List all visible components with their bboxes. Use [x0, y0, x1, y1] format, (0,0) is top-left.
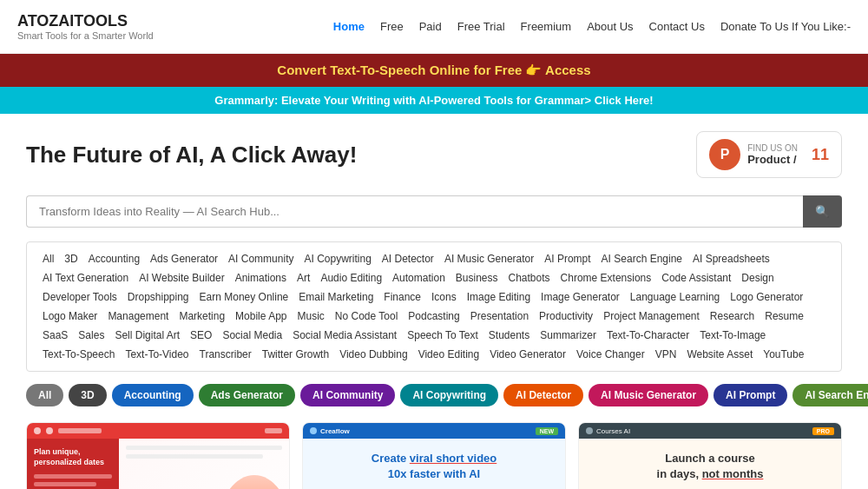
filter-tag[interactable]: Animations [232, 270, 290, 286]
filter-tag[interactable]: Image Generator [537, 289, 623, 305]
card-dateplanner: Plan unique,personalized dates Get Start… [26, 422, 290, 489]
filter-tag[interactable]: Social Media [219, 327, 286, 343]
logo-title: ATOZAITOOLS [17, 12, 154, 30]
filter-tag[interactable]: AI Text Generation [39, 270, 132, 286]
filter-tag[interactable]: Research [707, 308, 758, 324]
filter-tag[interactable]: 3D [61, 251, 81, 267]
filter-tag[interactable]: Text-To-Speech [39, 347, 118, 362]
filter-tag[interactable]: Logo Generator [727, 289, 806, 305]
filter-tag[interactable]: Project Management [600, 308, 703, 324]
nav-contact[interactable]: Contact Us [649, 20, 705, 33]
filter-tag[interactable]: Art [293, 270, 313, 286]
filter-tag[interactable]: Dropshipping [124, 289, 193, 305]
filter-tag[interactable]: Management [104, 308, 172, 324]
filter-tag[interactable]: Code Assistant [658, 270, 734, 286]
filter-tag[interactable]: Developer Tools [39, 289, 121, 305]
filter-tag[interactable]: Image Editing [464, 289, 534, 305]
filter-tag[interactable]: SEO [187, 327, 215, 343]
card-creaflow: Creaflow NEW Create viral short video10x… [302, 422, 566, 489]
pill-ads-generator[interactable]: Ads Generator [199, 384, 295, 406]
nav-free[interactable]: Free [380, 20, 404, 33]
pill-3d[interactable]: 3D [69, 384, 106, 406]
filter-tag[interactable]: AI Detector [378, 251, 437, 267]
product-hunt-badge[interactable]: P FIND US ON Product / 11 [696, 131, 842, 178]
filter-tags-container: All3DAccountingAds GeneratorAI Community… [39, 251, 829, 362]
search-input[interactable] [26, 195, 803, 228]
filter-tag[interactable]: Video Dubbing [336, 347, 411, 362]
nav-home[interactable]: Home [333, 20, 365, 33]
filter-tag[interactable]: AI Website Builder [135, 270, 228, 286]
filter-tag[interactable]: Sales [75, 327, 108, 343]
nav-about[interactable]: About Us [587, 20, 633, 33]
pill-ai-copywriting[interactable]: AI Copywriting [400, 384, 498, 406]
filter-tag[interactable]: Podcasting [404, 308, 463, 324]
filter-tag[interactable]: AI Music Generator [441, 251, 537, 267]
filter-tag[interactable]: Finance [380, 289, 424, 305]
filter-tag[interactable]: Text-To-Video [122, 347, 192, 362]
filter-tag[interactable]: All [39, 251, 57, 267]
search-button[interactable]: 🔍 [803, 195, 842, 228]
filter-tag[interactable]: Marketing [175, 308, 228, 324]
nav-freetrial[interactable]: Free Trial [457, 20, 505, 33]
filter-tag[interactable]: Students [485, 327, 533, 343]
filter-tag[interactable]: Business [452, 270, 502, 286]
pill-ai-prompt[interactable]: AI Prompt [713, 384, 787, 406]
nav-freemium[interactable]: Freemium [521, 20, 572, 33]
pill-ai-music-generator[interactable]: AI Music Generator [589, 384, 708, 406]
filter-tag[interactable]: Ads Generator [147, 251, 221, 267]
filter-tag[interactable]: Logo Maker [39, 308, 101, 324]
filter-tag[interactable]: Video Generator [486, 347, 569, 362]
filter-tag[interactable]: Email Marketing [295, 289, 377, 305]
filter-tag[interactable]: YouTube [760, 347, 807, 362]
filter-tag[interactable]: Automation [389, 270, 449, 286]
filter-tags-box: All3DAccountingAds GeneratorAI Community… [26, 241, 842, 372]
filter-tag[interactable]: Text-To-Character [603, 327, 693, 343]
filter-tag[interactable]: Productivity [536, 308, 596, 324]
filter-tag[interactable]: Mobile App [232, 308, 290, 324]
filter-tag[interactable]: Design [738, 270, 777, 286]
search-icon: 🔍 [815, 205, 830, 218]
filter-tag[interactable]: Social Media Assistant [289, 327, 400, 343]
filter-tag[interactable]: AI Community [225, 251, 297, 267]
filter-tag[interactable]: Icons [428, 289, 460, 305]
logo-tagline: Smart Tools for a Smarter World [17, 30, 154, 41]
pill-accounting[interactable]: Accounting [112, 384, 194, 406]
filter-tag[interactable]: Summarizer [536, 327, 600, 343]
filter-tag[interactable]: Language Learning [627, 289, 723, 305]
filter-tag[interactable]: No Code Tool [332, 308, 402, 324]
banner-red-text: Convert Text-To-Speech Online for Free 👉… [277, 63, 590, 77]
filter-tag[interactable]: Twitter Growth [259, 347, 332, 362]
card-creaflow-preview: Creaflow NEW Create viral short video10x… [303, 423, 565, 489]
pill-ai-detector[interactable]: AI Detector [503, 384, 583, 406]
filter-tag[interactable]: Chatbots [505, 270, 554, 286]
banner-teal[interactable]: Grammarly: Elevate Your Writing with AI-… [0, 87, 868, 114]
pill-all[interactable]: All [26, 384, 63, 406]
filter-tag[interactable]: Chrome Extensions [557, 270, 655, 286]
filter-tag[interactable]: AI Copywriting [300, 251, 374, 267]
nav-paid[interactable]: Paid [419, 20, 442, 33]
filter-tag[interactable]: Speech To Text [404, 327, 482, 343]
nav-donate[interactable]: Donate To Us If You Like:- [720, 20, 851, 33]
pill-ai-community[interactable]: AI Community [300, 384, 395, 406]
filter-tag[interactable]: AI Prompt [541, 251, 594, 267]
filter-tag[interactable]: Website Asset [683, 347, 756, 362]
filter-tag[interactable]: Accounting [85, 251, 143, 267]
filter-tag[interactable]: Audio Editing [317, 270, 385, 286]
filter-tag[interactable]: Video Editing [415, 347, 483, 362]
product-hunt-icon: P [709, 139, 740, 170]
filter-tag[interactable]: Voice Changer [573, 347, 648, 362]
filter-tag[interactable]: Resume [761, 308, 807, 324]
filter-tag[interactable]: Sell Digital Art [111, 327, 183, 343]
filter-tag[interactable]: SaaS [39, 327, 71, 343]
filter-tag[interactable]: AI Spreadsheets [689, 251, 773, 267]
filter-tag[interactable]: Presentation [467, 308, 532, 324]
filter-tag[interactable]: Transcriber [196, 347, 255, 362]
filter-tag[interactable]: Earn Money Online [196, 289, 293, 305]
pill-ai-search-engine[interactable]: AI Search Engine [792, 384, 868, 406]
filter-tag[interactable]: Music [293, 308, 327, 324]
banner-red[interactable]: Convert Text-To-Speech Online for Free 👉… [0, 54, 868, 87]
filter-tag[interactable]: AI Search Engine [598, 251, 686, 267]
filter-tag[interactable]: VPN [652, 347, 681, 362]
cards-grid: Plan unique,personalized dates Get Start… [0, 413, 868, 489]
filter-tag[interactable]: Text-To-Image [696, 327, 769, 343]
